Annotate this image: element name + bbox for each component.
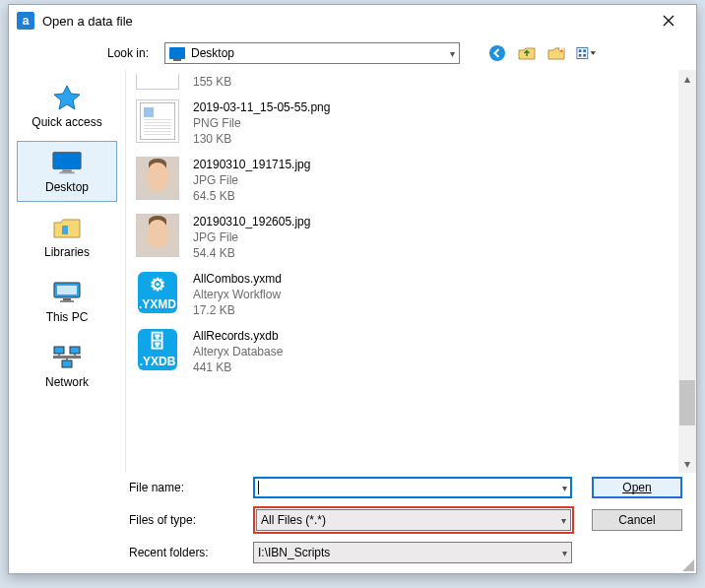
up-one-level-button[interactable] bbox=[517, 43, 537, 63]
libraries-icon bbox=[51, 214, 83, 241]
scroll-up-button[interactable]: ▴ bbox=[678, 70, 696, 88]
filetype-combobox[interactable]: All Files (*.*) ▾ bbox=[256, 509, 571, 531]
place-label: Libraries bbox=[44, 245, 90, 259]
vertical-scrollbar[interactable]: ▴ ▾ bbox=[678, 70, 696, 473]
file-type: JPG File bbox=[193, 229, 310, 245]
places-bar: Quick access Desktop Libraries This PC bbox=[9, 70, 125, 473]
recent-value: I:\IBN_Scripts bbox=[258, 546, 562, 559]
this-pc-icon bbox=[51, 279, 83, 306]
recent-folders-combobox[interactable]: I:\IBN_Scripts ▾ bbox=[253, 542, 572, 563]
folder-up-icon bbox=[518, 44, 536, 62]
list-item[interactable]: 20190310_191715.jpg JPG File 64.5 KB bbox=[136, 152, 678, 209]
resize-grip[interactable] bbox=[680, 557, 694, 571]
yxdb-icon: 🗄.YXDB bbox=[138, 329, 177, 370]
filetype-value: All Files (*.*) bbox=[261, 513, 561, 527]
place-label: Network bbox=[45, 375, 89, 389]
recent-row: Recent folders: I:\IBN_Scripts ▾ bbox=[129, 542, 682, 563]
new-folder-icon: ★ bbox=[547, 44, 565, 62]
titlebar: a Open a data file bbox=[9, 5, 696, 36]
chevron-down-icon: ▾ bbox=[450, 48, 455, 59]
file-size: 130 KB bbox=[193, 131, 330, 147]
bottom-panel: File name: ▾ Open Files of type: All Fil… bbox=[9, 473, 696, 573]
lookin-dropdown[interactable]: Desktop ▾ bbox=[164, 42, 460, 64]
list-item[interactable]: 155 KB bbox=[136, 74, 678, 95]
file-size: 64.5 KB bbox=[193, 188, 310, 204]
place-label: Quick access bbox=[32, 115, 101, 129]
list-item[interactable]: 🗄.YXDB AllRecords.yxdb Alteryx Database … bbox=[136, 323, 678, 380]
file-thumbnail bbox=[136, 214, 179, 257]
scroll-down-button[interactable]: ▾ bbox=[678, 455, 696, 473]
lookin-value: Desktop bbox=[191, 46, 444, 60]
file-name: 20190310_192605.jpg bbox=[193, 214, 310, 229]
desktop-icon bbox=[169, 47, 185, 59]
file-thumbnail bbox=[136, 74, 179, 90]
network-icon bbox=[51, 344, 83, 371]
svg-rect-21 bbox=[53, 356, 81, 359]
svg-rect-18 bbox=[54, 347, 64, 354]
file-type: Alteryx Database bbox=[193, 344, 283, 359]
desktop-monitor-icon bbox=[51, 149, 83, 176]
file-info: AllCombos.yxmd Alteryx Workflow 17.2 KB bbox=[193, 271, 282, 318]
file-type: PNG File bbox=[193, 115, 330, 131]
svg-rect-20 bbox=[62, 360, 72, 367]
file-thumbnail: ⚙.YXMD bbox=[136, 271, 179, 314]
view-menu-icon bbox=[576, 44, 596, 62]
back-button[interactable] bbox=[487, 43, 507, 63]
file-size: 17.2 KB bbox=[193, 302, 282, 318]
svg-rect-15 bbox=[57, 286, 77, 294]
chevron-down-icon[interactable]: ▾ bbox=[562, 548, 567, 558]
svg-rect-10 bbox=[53, 153, 81, 169]
button-column2: Cancel bbox=[592, 509, 682, 531]
filename-combobox[interactable]: ▾ bbox=[253, 477, 572, 498]
file-info: 2019-03-11_15-05-55.png PNG File 130 KB bbox=[193, 99, 330, 147]
svg-rect-9 bbox=[583, 54, 586, 57]
file-thumbnail bbox=[136, 157, 179, 200]
list-item[interactable]: 20190310_192605.jpg JPG File 54.4 KB bbox=[136, 209, 678, 266]
lookin-label: Look in: bbox=[68, 46, 155, 60]
chevron-down-icon[interactable]: ▾ bbox=[561, 515, 566, 526]
file-list[interactable]: 155 KB 2019-03-11_15-05-55.png PNG File … bbox=[126, 70, 678, 473]
new-folder-button[interactable]: ★ bbox=[546, 43, 566, 63]
svg-rect-19 bbox=[70, 347, 80, 354]
place-this-pc[interactable]: This PC bbox=[17, 271, 117, 332]
quick-access-icon bbox=[51, 84, 83, 111]
close-button[interactable] bbox=[649, 7, 688, 34]
text-caret bbox=[258, 481, 259, 494]
scroll-thumb[interactable] bbox=[679, 380, 695, 425]
file-size: 155 KB bbox=[193, 74, 231, 90]
file-name: AllRecords.yxdb bbox=[193, 328, 283, 344]
open-button[interactable]: Open bbox=[592, 477, 682, 498]
list-item[interactable]: ⚙.YXMD AllCombos.yxmd Alteryx Workflow 1… bbox=[136, 266, 678, 323]
view-menu-button[interactable] bbox=[576, 43, 596, 63]
file-name: 20190310_191715.jpg bbox=[193, 157, 310, 172]
file-info: 20190310_191715.jpg JPG File 64.5 KB bbox=[193, 157, 310, 204]
file-thumbnail: 🗄.YXDB bbox=[136, 328, 179, 371]
filename-row: File name: ▾ Open bbox=[129, 477, 682, 498]
place-network[interactable]: Network bbox=[17, 336, 117, 397]
file-info: 20190310_192605.jpg JPG File 54.4 KB bbox=[193, 214, 310, 261]
svg-point-2 bbox=[489, 45, 505, 61]
body: Quick access Desktop Libraries This PC bbox=[9, 70, 696, 473]
file-size: 441 KB bbox=[193, 359, 283, 375]
svg-rect-5 bbox=[577, 48, 588, 59]
svg-text:★: ★ bbox=[556, 44, 566, 54]
list-item[interactable]: 2019-03-11_15-05-55.png PNG File 130 KB bbox=[136, 95, 678, 152]
place-label: Desktop bbox=[45, 180, 89, 194]
file-type: JPG File bbox=[193, 172, 310, 188]
filetype-label: Files of type: bbox=[129, 513, 243, 527]
open-file-dialog: a Open a data file Look in: Desktop ▾ ★ bbox=[8, 4, 697, 574]
chevron-down-icon[interactable]: ▾ bbox=[562, 483, 567, 493]
place-desktop[interactable]: Desktop bbox=[17, 141, 117, 202]
svg-rect-17 bbox=[60, 300, 74, 302]
place-libraries[interactable]: Libraries bbox=[17, 206, 117, 267]
cancel-button[interactable]: Cancel bbox=[592, 509, 682, 531]
filetype-highlight: All Files (*.*) ▾ bbox=[253, 506, 574, 534]
svg-rect-11 bbox=[62, 170, 71, 172]
filename-label: File name: bbox=[129, 481, 243, 494]
back-icon bbox=[488, 44, 506, 62]
yxmd-icon: ⚙.YXMD bbox=[138, 272, 177, 313]
place-quick-access[interactable]: Quick access bbox=[17, 76, 117, 137]
dialog-title: Open a data file bbox=[42, 14, 649, 29]
lookin-row: Look in: Desktop ▾ ★ bbox=[9, 36, 696, 70]
file-area: 155 KB 2019-03-11_15-05-55.png PNG File … bbox=[125, 70, 696, 473]
